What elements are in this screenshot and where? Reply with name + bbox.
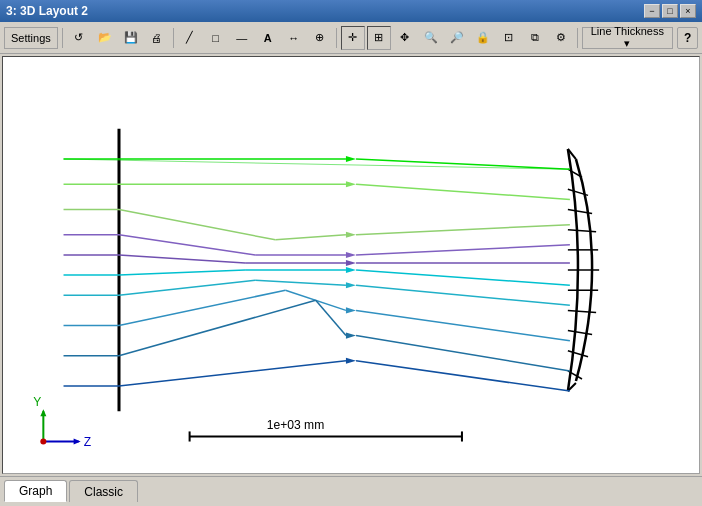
- close-button[interactable]: ×: [680, 4, 696, 18]
- layout-button[interactable]: ⊞: [367, 26, 391, 50]
- svg-text:1e+03 mm: 1e+03 mm: [267, 418, 324, 432]
- canvas-area[interactable]: Y Z 1e+03 mm: [2, 56, 700, 474]
- toolbar: Settings ↺ 📂 💾 🖨 ╱ □ — A ↔ ⊕ ✛ ⊞ ✥ 🔍 🔎 🔒…: [0, 22, 702, 54]
- copy-button[interactable]: ⧉: [523, 26, 547, 50]
- target-button[interactable]: ⊕: [308, 26, 332, 50]
- rectangle-button[interactable]: □: [204, 26, 228, 50]
- save-button[interactable]: 💾: [119, 26, 143, 50]
- line-tool-button[interactable]: —: [230, 26, 254, 50]
- tab-classic[interactable]: Classic: [69, 480, 138, 502]
- line-thickness-button[interactable]: Line Thickness ▾: [582, 27, 674, 49]
- zoom-out-button[interactable]: 🔎: [445, 26, 469, 50]
- tab-bar: Graph Classic: [0, 476, 702, 502]
- open-button[interactable]: 📂: [93, 26, 117, 50]
- separator-4: [577, 28, 578, 48]
- minimize-button[interactable]: −: [644, 4, 660, 18]
- window-title: 3: 3D Layout 2: [6, 4, 88, 18]
- title-bar: 3: 3D Layout 2 − □ ×: [0, 0, 702, 22]
- tab-graph[interactable]: Graph: [4, 480, 67, 502]
- separator-3: [336, 28, 337, 48]
- arrow-button[interactable]: ↔: [282, 26, 306, 50]
- help-button[interactable]: ?: [677, 27, 698, 49]
- svg-point-68: [40, 438, 46, 444]
- svg-text:Y: Y: [33, 395, 41, 409]
- svg-text:Z: Z: [84, 435, 92, 449]
- zoom-in-button[interactable]: 🔍: [419, 26, 443, 50]
- rotate-button[interactable]: ✛: [341, 26, 365, 50]
- text-button[interactable]: A: [256, 26, 280, 50]
- lock-button[interactable]: 🔒: [471, 26, 495, 50]
- svg-rect-0: [3, 68, 699, 461]
- separator-2: [173, 28, 174, 48]
- fullscreen-button[interactable]: ⊡: [497, 26, 521, 50]
- move-button[interactable]: ✥: [393, 26, 417, 50]
- refresh-button[interactable]: ↺: [67, 26, 91, 50]
- layout-viewport: Y Z 1e+03 mm: [3, 57, 699, 473]
- maximize-button[interactable]: □: [662, 4, 678, 18]
- draw-line-button[interactable]: ╱: [178, 26, 202, 50]
- settings-button[interactable]: Settings: [4, 27, 58, 49]
- settings2-button[interactable]: ⚙: [549, 26, 573, 50]
- separator-1: [62, 28, 63, 48]
- window-controls: − □ ×: [644, 4, 696, 18]
- print-button[interactable]: 🖨: [145, 26, 169, 50]
